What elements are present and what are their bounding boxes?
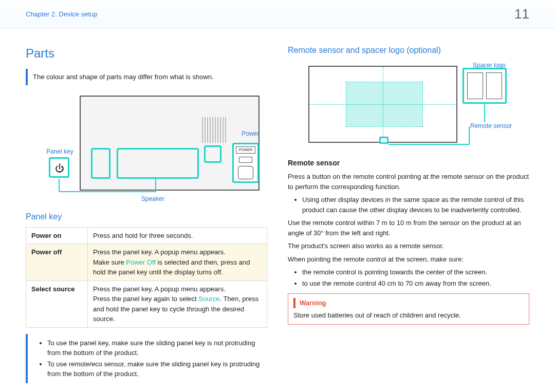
tv-front-panel [308,66,457,143]
chapter-label: Chapter 2. Device setup [26,9,97,20]
panel-key-usage-note: To use the panel key, make sure the slid… [26,334,267,383]
keyword-source: Source [198,295,219,303]
page-number: 11 [514,4,529,24]
body-text: Press a button on the remote control poi… [288,172,529,192]
body-bullet: Using other display devices in the same … [302,195,529,215]
warning-title: Warning [293,298,326,308]
body-bullet: to use the remote control 40 cm to 70 cm… [302,278,529,289]
row-value: Press and hold for three seconds. [88,227,267,244]
warning-text: Store used batteries out of reach of chi… [293,310,524,321]
panel-key-button-icon [49,157,69,178]
table-row: Power on Press and hold for three second… [26,227,267,244]
power-inlet-highlight: POWER [232,143,259,183]
label-panel-key: Panel key [46,147,73,156]
intro-note: The colour and shape of parts may differ… [26,69,267,85]
row-key: Power off [26,244,88,281]
note-bullet: To use remote/eco sensor, make sure the … [47,359,262,379]
tv-back-panel: POWER [80,96,260,191]
remote-sensor-heading: Remote sensor and spacer logo (optional) [288,44,529,57]
body-bullet: the remote control is pointing towards t… [302,267,529,277]
left-column: Parts The colour and shape of parts may … [26,44,267,383]
label-power: Power [242,129,259,138]
spacer-logo-highlight [462,68,507,104]
keyword-power-off: Power Off [126,258,156,266]
note-bullet: To use the panel key, make sure the slid… [47,338,262,358]
body-text: When pointing the remote control at the … [288,254,529,265]
screen-center-zone [346,82,422,126]
speaker-highlight-left [91,148,110,179]
label-remote-sensor: Remote sensor [470,121,512,130]
parts-heading: Parts [26,44,267,63]
speaker-highlight-center [117,148,199,179]
row-key: Power on [26,227,88,244]
label-spacer-logo: Spacer logo [473,61,506,70]
right-column: Remote sensor and spacer logo (optional)… [288,44,529,383]
remote-sensor-subheading: Remote sensor [288,158,529,169]
label-speaker: Speaker [141,194,164,203]
device-front-diagram: Spacer logo Remote sensor [288,61,529,151]
body-text: Use the remote control within 7 m to 10 … [288,218,529,238]
device-back-diagram: POWER Panel key Power Speaker [26,85,262,203]
control-module-highlight [204,145,221,163]
panel-key-heading: Panel key [26,211,267,223]
row-value: Press the panel key. A popup menu appear… [88,244,267,281]
row-value: Press the panel key. A popup menu appear… [88,281,267,327]
table-row: Select source Press the panel key. A pop… [26,281,267,327]
row-key: Select source [26,281,88,327]
warning-box: Warning Store used batteries out of reac… [288,293,529,325]
panel-key-table: Power on Press and hold for three second… [26,227,267,328]
page-header: Chapter 2. Device setup 11 [0,0,555,29]
table-row: Power off Press the panel key. A popup m… [26,244,267,281]
remote-sensor-highlight [379,137,388,144]
body-text: The product's screen also works as a rem… [288,241,529,251]
vent-grille [202,117,228,143]
